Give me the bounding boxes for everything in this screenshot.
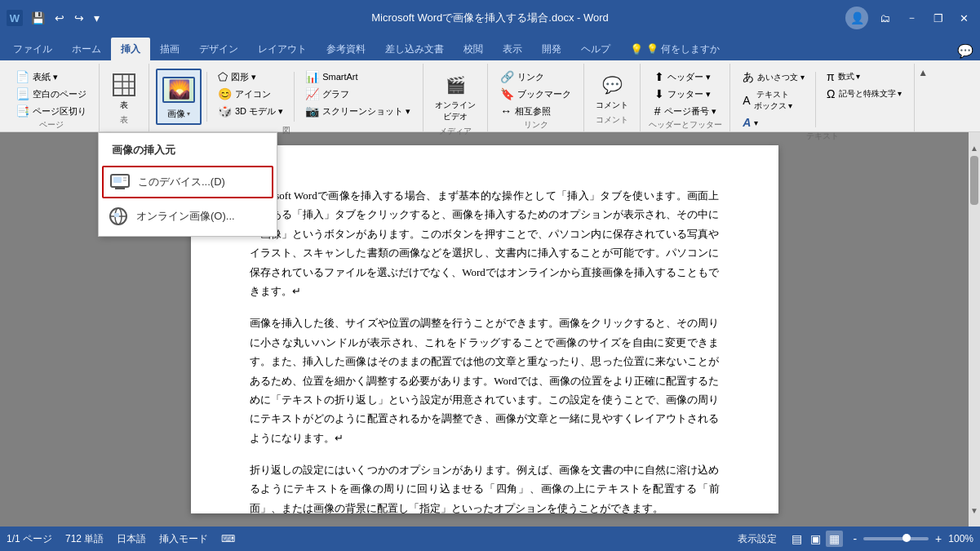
status-bar: 1/1 ページ 712 単語 日本語 挿入モード ⌨ 表示設定 ▤ ▣ ▦ - … <box>0 527 980 551</box>
view-normal-button[interactable]: ▤ <box>788 531 805 547</box>
status-left: 1/1 ページ 712 単語 日本語 挿入モード ⌨ <box>7 532 235 546</box>
footer-button[interactable]: ⬇ フッター ▾ <box>649 86 722 102</box>
image-button[interactable]: 画像 ▾ <box>156 69 202 125</box>
comment-button[interactable]: 💬 コメント <box>591 69 633 114</box>
link-icon: 🔗 <box>500 70 514 83</box>
figure-row-buttons-2: 📊 SmartArt 📈 グラフ 📷 スクリーンショット ▾ <box>299 69 416 119</box>
cover-page-button[interactable]: 📄 表紙 ▾ <box>10 69 92 85</box>
online-insert-item[interactable]: オンライン画像(O)... <box>99 200 277 233</box>
save-button[interactable]: 💾 <box>28 10 48 26</box>
text-buttons-1: あ あいさつ文 ▾ A テキストボックス ▾ A ▾ <box>737 69 810 131</box>
page-number-button[interactable]: # ページ番号 ▾ <box>649 103 722 119</box>
page-group-label: ページ <box>39 119 64 133</box>
ribbon-group-media: 🎬 オンラインビデオ メディア <box>423 64 488 131</box>
zoom-thumb[interactable] <box>902 534 911 542</box>
undo-button[interactable]: ↩ <box>51 10 68 26</box>
online-icon <box>109 207 128 226</box>
zoom-in-button[interactable]: + <box>932 531 945 547</box>
view-reader-button[interactable]: ▣ <box>807 531 824 547</box>
table-icon <box>111 72 137 98</box>
tab-file[interactable]: ファイル <box>3 38 62 60</box>
input-mode: 挿入モード <box>159 532 208 546</box>
bookmark-button[interactable]: 🔖 ブックマーク <box>494 86 577 102</box>
zoom-slider: - + 100% <box>849 531 973 547</box>
view-settings-button[interactable]: 表示設定 <box>733 531 782 548</box>
title-bar: W 💾 ↩ ↪ ▾ Microsoft Wordで画像を挿入する場合.docx … <box>0 0 980 36</box>
page-break-button[interactable]: 📑 ページ区切り <box>10 103 92 119</box>
textbox-button[interactable]: A テキストボックス ▾ <box>737 87 810 113</box>
tab-insert[interactable]: 挿入 <box>111 38 150 60</box>
text-separator <box>815 72 816 127</box>
tab-design[interactable]: デザイン <box>189 38 248 60</box>
restore-button[interactable]: ❐ <box>929 11 948 26</box>
redo-button[interactable]: ↪ <box>71 10 87 26</box>
screenshot-button[interactable]: 📷 スクリーンショット ▾ <box>299 103 416 119</box>
tab-draw[interactable]: 描画 <box>150 38 189 60</box>
bookmark-icon: 🔖 <box>500 87 514 100</box>
device-insert-label: このデバイス...(D) <box>138 175 225 189</box>
blank-page-button[interactable]: 📃 空白のページ <box>10 86 92 102</box>
title-bar-left: W 💾 ↩ ↪ ▾ <box>7 10 103 26</box>
shape-button[interactable]: ⬠ 図形 ▾ <box>212 69 289 85</box>
tab-view[interactable]: 表示 <box>493 38 532 60</box>
ribbon-group-comments: 💬 コメント コメント <box>584 64 641 131</box>
header-footer-content: ⬆ ヘッダー ▾ ⬇ フッター ▾ # ページ番号 ▾ <box>649 67 722 119</box>
header-footer-group-label: ヘッダーとフッター <box>649 119 722 133</box>
chart-button[interactable]: 📈 グラフ <box>299 86 416 102</box>
ribbon-toggle-button[interactable]: 🗂 <box>875 11 895 26</box>
image-large-icon <box>162 73 195 106</box>
tab-whats-this[interactable]: 💡💡 何をしますか <box>620 38 729 60</box>
tab-home[interactable]: ホーム <box>62 38 111 60</box>
comments-button[interactable]: 💬 <box>954 42 977 60</box>
vertical-scrollbar[interactable]: ▲ ▼ <box>969 132 980 527</box>
page-buttons: 📄 表紙 ▾ 📃 空白のページ 📑 ページ区切り <box>10 69 92 119</box>
ribbon-collapse-button[interactable]: ▲ <box>918 67 928 78</box>
ribbon-group-text: あ あいさつ文 ▾ A テキストボックス ▾ A ▾ π 数式 ▾ <box>730 64 915 131</box>
greeting-button[interactable]: あ あいさつ文 ▾ <box>737 69 810 87</box>
page-indicator: 1/1 ページ <box>7 532 52 546</box>
device-insert-item[interactable]: このデバイス...(D) <box>102 166 273 198</box>
language: 日本語 <box>117 532 146 546</box>
tab-help[interactable]: ヘルプ <box>571 38 620 60</box>
quick-access-customize[interactable]: ▾ <box>91 10 103 26</box>
table-button[interactable]: 表 <box>106 69 142 114</box>
icons-button[interactable]: 😊 アイコン <box>212 86 289 102</box>
svg-rect-8 <box>113 177 122 183</box>
scroll-down-arrow[interactable]: ▼ <box>970 506 978 515</box>
image-insert-dropdown: 画像の挿入元 このデバイス...(D) オンライン画像(O)... <box>98 132 277 237</box>
shape-icon: ⬠ <box>218 70 228 83</box>
links-group-content: 🔗 リンク 🔖 ブックマーク ↔ 相互参照 <box>494 67 577 119</box>
tab-references[interactable]: 参考資料 <box>317 38 375 60</box>
close-button[interactable]: ✕ <box>955 11 973 26</box>
account-avatar[interactable]: 👤 <box>845 7 868 29</box>
scrollbar-thumb[interactable] <box>970 156 978 205</box>
comment-icon: 💬 <box>599 72 625 98</box>
greeting-icon: あ <box>743 70 754 85</box>
link-button[interactable]: 🔗 リンク <box>494 69 577 85</box>
ribbon: 📄 表紙 ▾ 📃 空白のページ 📑 ページ区切り ページ <box>0 60 980 132</box>
cover-icon: 📄 <box>16 70 29 83</box>
minimize-button[interactable]: － <box>902 9 922 27</box>
links-row-buttons: 🔗 リンク 🔖 ブックマーク ↔ 相互参照 <box>494 69 577 119</box>
wordart-button[interactable]: A ▾ <box>737 114 810 131</box>
smartart-icon: 📊 <box>305 70 319 83</box>
tab-layout[interactable]: レイアウト <box>248 38 317 60</box>
scroll-up-arrow[interactable]: ▲ <box>970 144 978 153</box>
zoom-out-button[interactable]: - <box>849 531 860 547</box>
view-print-button[interactable]: ▦ <box>826 531 843 547</box>
tab-mailings[interactable]: 差し込み文書 <box>375 38 454 60</box>
header-button[interactable]: ⬆ ヘッダー ▾ <box>649 69 722 85</box>
formula-button[interactable]: π 数式 ▾ <box>821 69 907 85</box>
symbol-button[interactable]: Ω 記号と特殊文字 ▾ <box>821 86 907 102</box>
smartart-button[interactable]: 📊 SmartArt <box>299 69 416 85</box>
keyboard-icon: ⌨ <box>221 533 235 544</box>
status-right: 表示設定 ▤ ▣ ▦ - + 100% <box>733 531 973 548</box>
tab-dev[interactable]: 開発 <box>532 38 571 60</box>
tab-review[interactable]: 校閲 <box>454 38 493 60</box>
online-video-button[interactable]: 🎬 オンラインビデオ <box>430 69 481 126</box>
zoom-track[interactable] <box>863 537 929 540</box>
ribbon-group-header-footer: ⬆ ヘッダー ▾ ⬇ フッター ▾ # ページ番号 ▾ ヘッダーとフッター <box>641 64 730 131</box>
3d-model-button[interactable]: 🎲 3D モデル ▾ <box>212 103 289 119</box>
crossref-button[interactable]: ↔ 相互参照 <box>494 103 577 119</box>
header-footer-buttons: ⬆ ヘッダー ▾ ⬇ フッター ▾ # ページ番号 ▾ <box>649 69 722 119</box>
